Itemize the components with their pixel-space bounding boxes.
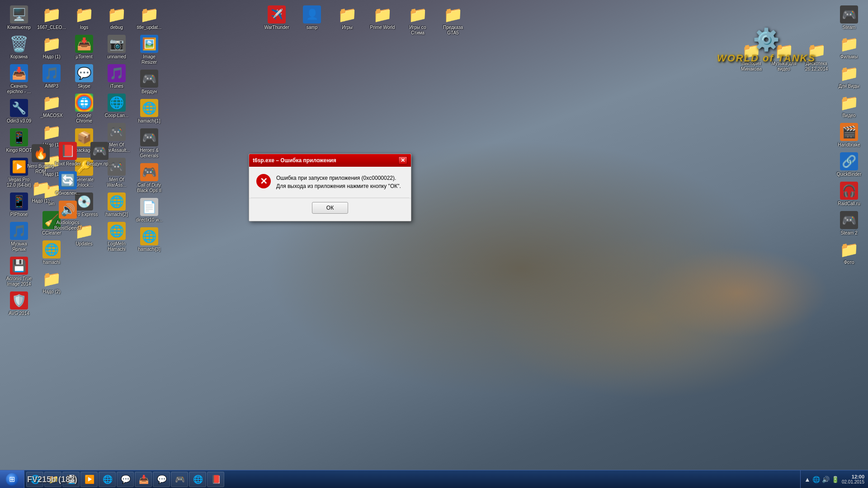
- logs-label: logs: [80, 25, 88, 30]
- title-upd-label: title_updat...: [137, 25, 161, 30]
- icon-audiologics[interactable]: 🔊 Audiologics BoostSpeed7: [52, 199, 83, 233]
- foto-icon: 📁: [840, 240, 858, 258]
- icon-aimp3[interactable]: 🎵 AIMP3: [36, 62, 67, 91]
- cod-icon: 🎮: [140, 163, 158, 181]
- skype2-tb-icon: 💬: [157, 474, 166, 484]
- icon-neroburn[interactable]: 🔥 Nero Burning ROM: [25, 142, 56, 176]
- icon-macosx[interactable]: 📁 _MACOSX: [36, 92, 67, 120]
- taskbar-utorrent[interactable]: 📥: [135, 472, 152, 487]
- icon-obnovlenie[interactable]: 🔄 Обновлен...: [52, 169, 83, 198]
- icon-verdun[interactable]: 🎮 Вердун: [134, 68, 165, 96]
- taskbar-chrome[interactable]: 🌐: [99, 472, 116, 487]
- icon-hamachi-app[interactable]: 🌐 hamachi: [36, 239, 67, 267]
- tray-expand[interactable]: ▲: [804, 476, 811, 483]
- steam2-icon: 🎮: [840, 211, 858, 229]
- tray-network[interactable]: 🌐: [812, 476, 820, 483]
- dialog-ok-button[interactable]: ОК: [312, 202, 348, 214]
- menof1-icon: 🎮: [108, 123, 126, 141]
- icon-nado1-desk[interactable]: 📁 Надо (1): [36, 33, 67, 61]
- title-upd-icon: 📁: [140, 5, 158, 23]
- taskbar-foxit[interactable]: 📕: [207, 472, 224, 487]
- icon-handbrake[interactable]: 🎬 Handbrake: [834, 121, 864, 150]
- foxit-label: Foxit Reader: [55, 161, 80, 167]
- icon-utorrent[interactable]: 📥 µTorrent: [69, 33, 99, 61]
- video-right-icon: 📁: [840, 94, 858, 112]
- right-col: 🎮 Steam 📁 Фильмы 📁 Для Виды 📁 Видео 🎬 Ha…: [830, 0, 868, 271]
- dialog-close-button[interactable]: ✕: [398, 156, 407, 164]
- taskbar-apps: 🌐 📁 💾 ▶️ 🌐 💬 📥 💬 🎮 🌐 📕: [24, 470, 800, 488]
- obnovlenie-icon: 🔄: [59, 171, 77, 189]
- icon-hamachi2[interactable]: 🌐 hamachi[2]: [101, 191, 132, 219]
- icon-filmy[interactable]: 📁 Фильмы: [834, 33, 864, 61]
- taskbar-steam[interactable]: 🎮: [171, 472, 188, 487]
- icon-predakaz[interactable]: 📁 Предказа GTA5: [438, 4, 468, 38]
- nado1-tb-label: Надо (1): [32, 198, 49, 204]
- icon-samp[interactable]: 👤 samp: [297, 4, 327, 38]
- taskbar-skype2[interactable]: 💬: [153, 472, 170, 487]
- system-clock[interactable]: 12:00 02.01.2015: [842, 474, 864, 484]
- taskbar-chrome2[interactable]: 🌐: [189, 472, 206, 487]
- dlya-vidy-label: Для Виды: [839, 84, 859, 89]
- icon-quickbinder[interactable]: 🔗 QuickBinder: [834, 150, 864, 179]
- icon-hamachi3[interactable]: 🌐 hamachi[3]: [134, 225, 165, 254]
- icon-debug[interactable]: 📁 debug: [101, 4, 132, 32]
- icon-nado1-tb[interactable]: 📁 Надо (1): [25, 177, 56, 206]
- menof2-label: Men Of WarAss...: [102, 177, 131, 188]
- icon-dlya-vidy[interactable]: 📁 Для Виды: [834, 62, 864, 91]
- raidcall-icon: 🎧: [840, 182, 858, 200]
- icon-igry[interactable]: 📁 Игры: [332, 4, 363, 38]
- icon-heroes[interactable]: 🎮 Heroes & Generals: [134, 127, 165, 160]
- dialog-body: ✕ Ошибка при запуске приложения (0xc0000…: [249, 167, 411, 197]
- icon-steam-right[interactable]: 🎮 Steam: [834, 4, 864, 32]
- icon-recycle[interactable]: 🗑️ Корзина: [4, 33, 34, 61]
- odin3-icon: 🔧: [10, 99, 28, 117]
- icon-odin3[interactable]: 🔧 Odin3 v3.09: [4, 97, 34, 126]
- computer-label: Компьютер: [7, 25, 31, 30]
- icon-foxit[interactable]: 📕 Foxit Reader: [52, 140, 83, 169]
- icon-directx[interactable]: 📄 directx10 w...: [134, 196, 165, 225]
- icon-raidcall[interactable]: 🎧 RaidCall.ru: [834, 180, 864, 208]
- tray-battery[interactable]: 🔋: [831, 476, 839, 483]
- icon-title-upd[interactable]: 📁 title_updat...: [134, 4, 165, 32]
- imgresizer-label: Image Resizer: [135, 54, 164, 65]
- icon-acronis-desk[interactable]: 💾 Acronis True Image 2014: [4, 255, 34, 289]
- icon-steam2[interactable]: 🎮 Steam 2: [834, 209, 864, 238]
- icon-verdunpr[interactable]: 🎮 Вердун.пр...: [84, 140, 115, 169]
- taskbar-wmp[interactable]: ▶️: [80, 472, 98, 487]
- icon-chrome[interactable]: 🌐 Google Chrome: [69, 92, 99, 126]
- skachay-icon: 📥: [10, 64, 28, 82]
- nado1-desk-label: Надо (1): [42, 54, 60, 60]
- taskbar-overlay-text: FV215b (183): [27, 475, 77, 484]
- icon-igry-steam[interactable]: 📁 Игры со Стима: [402, 4, 433, 38]
- icon-unnamed[interactable]: 📷 unnamed: [101, 33, 132, 61]
- icon-cod[interactable]: 🎮 Call of Duty Black Ops II: [134, 161, 165, 195]
- icon-nado2[interactable]: 📁 Надо (2): [36, 268, 67, 296]
- icon-cooplan[interactable]: 🌐 Coop-Lan...: [101, 92, 132, 120]
- tray-volume[interactable]: 🔊: [822, 476, 830, 483]
- skype-icon: 💬: [75, 64, 93, 82]
- taskbar: ⊞ 🌐 📁 💾 ▶️ 🌐 💬 📥 💬 🎮 🌐: [0, 470, 868, 488]
- icon-video-right[interactable]: 📁 Видео: [834, 92, 864, 120]
- desktop: ⚙️ WORLD of TANKS ✈️ WarThunder 👤 samp 📁…: [0, 0, 868, 488]
- icon-skachay[interactable]: 📥 Скачать epichno - ...: [4, 62, 34, 96]
- acronis-desk-label: Acronis True Image 2014: [5, 276, 33, 287]
- icon-foto[interactable]: 📁 Фото: [834, 239, 864, 267]
- icon-hamachi1[interactable]: 🌐 hamachi[1]: [134, 97, 165, 126]
- primeworld-label: Prime World: [370, 25, 395, 30]
- icon-itunes[interactable]: 🎵 iTunes: [101, 62, 132, 91]
- warthunder-icon: ✈️: [268, 5, 286, 23]
- icon-imgresizer[interactable]: 🖼️ Image Resizer: [134, 33, 165, 67]
- icon-music-yar[interactable]: 🎵 Музыка Ярлык: [4, 220, 34, 254]
- icon-warthunder[interactable]: ✈️ WarThunder: [261, 4, 292, 38]
- unnamed-icon: 📷: [108, 35, 126, 53]
- taskbar-skype[interactable]: 💬: [117, 472, 134, 487]
- icon-logmein[interactable]: 🌐 LogMeIn Hamachi: [101, 220, 132, 254]
- icon-avg[interactable]: 🛡️ AVG 2014: [4, 290, 34, 318]
- icon-primeworld[interactable]: 📁 Prime World: [367, 4, 398, 38]
- cod-label: Call of Duty Black Ops II: [135, 183, 164, 193]
- icon-logs[interactable]: 📁 logs: [69, 4, 99, 32]
- start-button[interactable]: ⊞: [0, 470, 24, 488]
- icon-nado-folder[interactable]: 📁 1667_CLEO...: [36, 4, 67, 32]
- icon-computer[interactable]: 🖥️ Компьютер: [4, 4, 34, 32]
- icon-skype[interactable]: 💬 Skype: [69, 62, 99, 91]
